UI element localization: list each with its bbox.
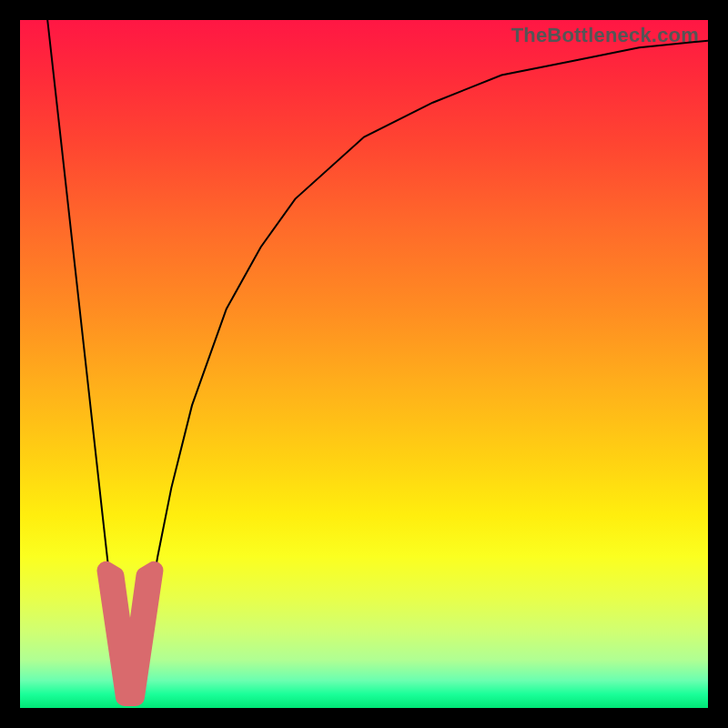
chart-frame: TheBottleneck.com: [0, 0, 728, 728]
plot-area: TheBottleneck.com: [20, 20, 708, 708]
curve-layer: [20, 20, 708, 708]
minimum-marker: [106, 571, 155, 697]
right-curve-line: [130, 41, 708, 702]
